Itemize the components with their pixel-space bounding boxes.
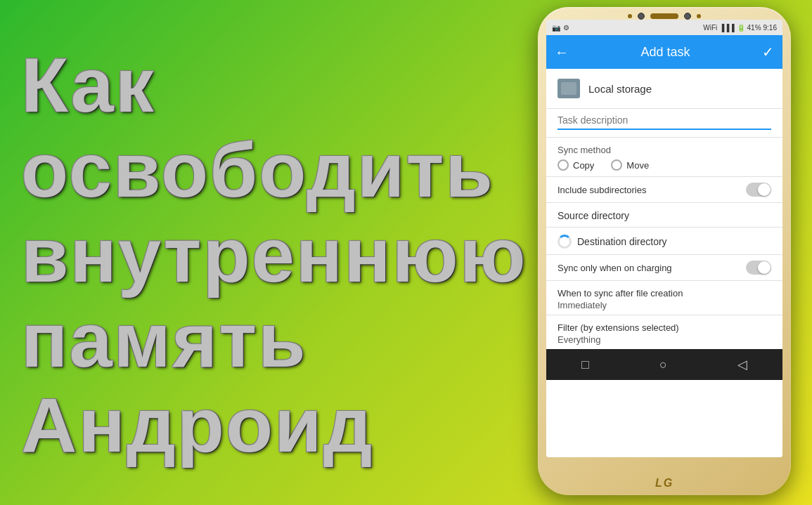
background-text: Как освободить внутреннюю память Андроид — [21, 42, 527, 467]
home-button[interactable]: ○ — [659, 358, 667, 372]
sync-charging-toggle[interactable] — [746, 261, 771, 275]
include-subdirs-row: Include subdirectories — [546, 177, 782, 203]
confirm-button[interactable]: ✓ — [762, 44, 774, 60]
status-bar-left: 📷 ⚙ — [552, 24, 569, 32]
back-button[interactable]: ← — [555, 44, 569, 60]
sync-method-section: Sync method Copy Move — [546, 138, 782, 177]
app-content: Local storage Sync method Copy — [546, 69, 782, 457]
speaker-grille — [650, 13, 678, 19]
move-radio[interactable] — [611, 159, 622, 171]
sync-method-label: Sync method — [558, 145, 771, 155]
storage-icon — [558, 79, 580, 98]
source-dir-row[interactable]: Source directory — [546, 203, 782, 228]
when-to-sync-value: Immediately — [558, 300, 771, 310]
destination-dir-row[interactable]: Destination directory — [546, 228, 782, 255]
task-input-row — [546, 109, 782, 138]
sync-charging-row: Sync only when on charging — [546, 255, 782, 281]
speaker-dot-right — [697, 14, 701, 18]
signal-strength: ▐▐▐ — [719, 24, 734, 32]
battery-icon: 🔋 — [737, 24, 745, 32]
back-nav-button[interactable]: ◁ — [737, 357, 747, 372]
nav-bar: □ ○ ◁ — [546, 349, 782, 380]
filter-value: Everything — [558, 334, 771, 345]
app-header: ← Add task ✓ — [546, 35, 782, 69]
when-to-sync-row[interactable]: When to sync after file creation Immedia… — [546, 281, 782, 315]
phone-screen: 📷 ⚙ WiFi ▐▐▐ 🔋 41% 9:16 ← Add task ✓ — [546, 20, 782, 457]
phone-shell: 📷 ⚙ WiFi ▐▐▐ 🔋 41% 9:16 ← Add task ✓ — [538, 7, 791, 495]
copy-label: Copy — [573, 160, 594, 171]
phone-brand: LG — [655, 477, 674, 490]
recent-apps-button[interactable]: □ — [581, 358, 589, 372]
screenshot-icon: 📷 — [552, 24, 560, 32]
task-description-input[interactable] — [558, 112, 771, 130]
sync-method-options: Copy Move — [558, 159, 771, 171]
loading-spinner — [558, 235, 572, 249]
storage-row: Local storage — [546, 69, 782, 109]
proximity-sensor — [684, 13, 691, 20]
wifi-icon: WiFi — [703, 24, 717, 32]
when-to-sync-title: When to sync after file creation — [558, 288, 771, 299]
page-title: Add task — [640, 45, 690, 60]
filter-row[interactable]: Filter (by extensions selected) Everythi… — [546, 315, 782, 349]
move-option[interactable]: Move — [611, 159, 649, 171]
status-bar-right: WiFi ▐▐▐ 🔋 41% 9:16 — [703, 24, 777, 32]
destination-dir-label: Destination directory — [577, 236, 667, 247]
status-bar: 📷 ⚙ WiFi ▐▐▐ 🔋 41% 9:16 — [546, 20, 782, 35]
phone-top — [628, 13, 701, 20]
bg-line2: внутреннюю — [21, 212, 527, 297]
settings-icon: ⚙ — [563, 24, 569, 32]
sync-charging-label: Sync only when on charging — [558, 263, 672, 273]
front-camera — [638, 13, 645, 20]
storage-label: Local storage — [588, 83, 652, 95]
bg-line1: Как освободить — [21, 42, 527, 212]
phone-device: 📷 ⚙ WiFi ▐▐▐ 🔋 41% 9:16 ← Add task ✓ — [538, 7, 791, 495]
copy-option[interactable]: Copy — [558, 159, 594, 171]
speaker-dot-left — [628, 14, 632, 18]
time-display: 9:16 — [763, 24, 777, 32]
include-subdirs-label: Include subdirectories — [558, 185, 646, 195]
bg-line3: память — [21, 297, 527, 382]
bg-line4: Андроид — [21, 382, 527, 467]
move-label: Move — [626, 160, 649, 171]
include-subdirs-toggle[interactable] — [746, 183, 771, 197]
filter-title: Filter (by extensions selected) — [558, 322, 771, 333]
source-dir-label: Source directory — [558, 210, 629, 221]
battery-percent: 41% — [747, 24, 761, 32]
copy-radio[interactable] — [558, 159, 569, 171]
